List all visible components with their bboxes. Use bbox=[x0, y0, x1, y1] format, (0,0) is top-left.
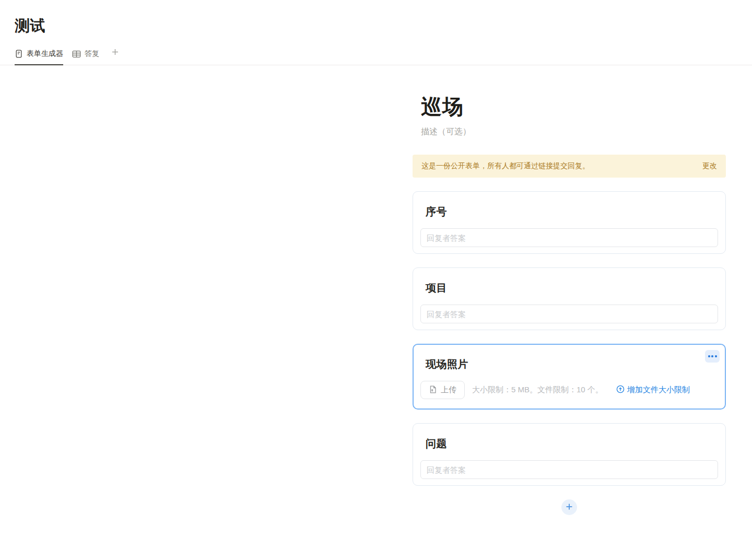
tab-label: 答复 bbox=[85, 49, 99, 59]
add-question-button[interactable] bbox=[561, 499, 577, 515]
question-title[interactable]: 现场照片 bbox=[426, 357, 713, 371]
question-menu-button[interactable] bbox=[705, 350, 720, 363]
form-icon bbox=[15, 50, 23, 58]
ellipsis-icon bbox=[708, 355, 710, 357]
table-icon bbox=[72, 50, 81, 58]
answer-input[interactable] bbox=[420, 228, 718, 247]
banner-change-link[interactable]: 更改 bbox=[702, 161, 717, 171]
question-title[interactable]: 项目 bbox=[426, 281, 713, 295]
form-preview: 巡场 描述（可选） 这是一份公开表单，所有人都可通过链接提交回复。 更改 序号 … bbox=[413, 60, 726, 515]
increase-limit-label: 增加文件大小限制 bbox=[627, 385, 690, 395]
arrow-up-circle-icon bbox=[616, 385, 625, 395]
form-description-placeholder[interactable]: 描述（可选） bbox=[421, 126, 726, 137]
question-card[interactable]: 项目 bbox=[413, 267, 726, 330]
question-card[interactable]: 序号 bbox=[413, 191, 726, 254]
question-title[interactable]: 问题 bbox=[426, 437, 713, 451]
plus-icon bbox=[111, 48, 119, 58]
upload-button-label: 上传 bbox=[441, 385, 456, 395]
form-title[interactable]: 巡场 bbox=[421, 94, 726, 119]
banner-message: 这是一份公开表单，所有人都可通过链接提交回复。 bbox=[421, 161, 590, 171]
plus-icon bbox=[565, 503, 573, 512]
public-form-banner: 这是一份公开表单，所有人都可通过链接提交回复。 更改 bbox=[413, 155, 726, 178]
file-limits-text: 大小限制：5 MB。文件限制：10 个。 bbox=[472, 385, 603, 395]
question-title[interactable]: 序号 bbox=[426, 205, 713, 219]
upload-button[interactable]: 上传 bbox=[420, 381, 465, 399]
page-title[interactable]: 测试 bbox=[15, 16, 752, 37]
question-card[interactable]: 问题 bbox=[413, 423, 726, 486]
file-upload-icon bbox=[429, 385, 437, 395]
page-header: 测试 bbox=[0, 0, 752, 37]
add-tab-button[interactable] bbox=[108, 48, 122, 65]
answer-input[interactable] bbox=[420, 305, 718, 323]
upload-row: 上传 大小限制：5 MB。文件限制：10 个。 增加文件大小限制 bbox=[420, 381, 718, 399]
increase-limit-link[interactable]: 增加文件大小限制 bbox=[616, 385, 690, 395]
tab-responses[interactable]: 答复 bbox=[72, 49, 99, 65]
question-card-selected[interactable]: 现场照片 上传 大小限制：5 MB。文件限制：10 个。 bbox=[413, 344, 726, 410]
tab-form-builder[interactable]: 表单生成器 bbox=[15, 49, 63, 65]
tab-label: 表单生成器 bbox=[27, 49, 63, 59]
answer-input[interactable] bbox=[420, 460, 718, 479]
